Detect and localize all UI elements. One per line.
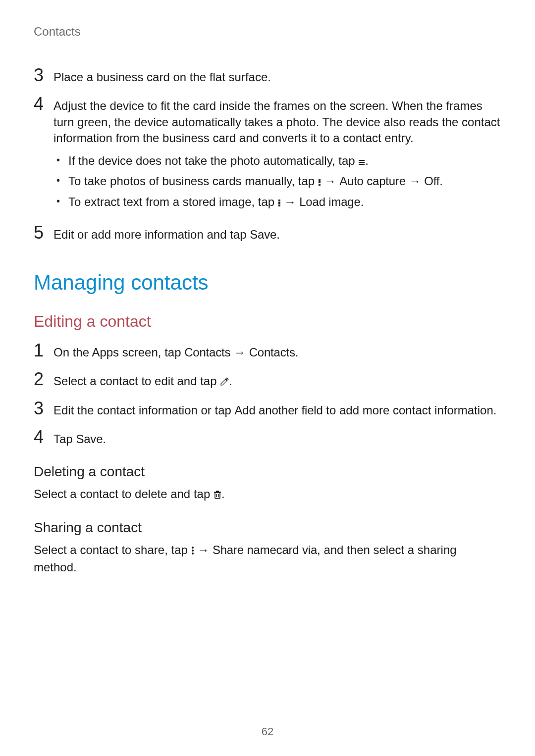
- text-fragment: Tap: [54, 432, 76, 446]
- label-save: Save: [76, 432, 103, 446]
- step-number: 5: [34, 224, 54, 242]
- text-fragment: If the device does not take the photo au…: [68, 154, 358, 167]
- trash-icon: [214, 490, 221, 499]
- editing-step-1: 1 On the Apps screen, tap Contacts → Con…: [34, 342, 501, 360]
- step-text: Select a contact to edit and tap .: [54, 370, 232, 389]
- bullet-marker: •: [56, 173, 68, 188]
- label-contacts: Contacts: [184, 346, 230, 359]
- svg-rect-6: [278, 200, 280, 202]
- bullet-text: To take photos of business cards manuall…: [68, 173, 443, 190]
- step-text: Adjust the device to fit the card inside…: [54, 95, 501, 214]
- step-number: 3: [34, 66, 54, 84]
- text-fragment: Edit the contact information or tap: [54, 403, 235, 417]
- bullet-text: If the device does not take the photo au…: [68, 152, 369, 169]
- step-number: 3: [34, 400, 54, 417]
- step-text: On the Apps screen, tap Contacts → Conta…: [54, 342, 298, 360]
- step-number: 2: [34, 370, 54, 388]
- svg-rect-1: [359, 162, 365, 163]
- label-off: Off: [424, 174, 439, 188]
- text-fragment: Select a contact to delete and tap: [34, 487, 214, 501]
- step-text: Edit or add more information and tap Sav…: [54, 224, 280, 243]
- step-line: Adjust the device to fit the card inside…: [54, 99, 500, 145]
- text-fragment: .: [361, 195, 364, 208]
- label-load-image: Load image: [299, 195, 360, 208]
- text-fragment: →: [406, 174, 424, 188]
- step-text: Place a business card on the flat surfac…: [54, 66, 271, 85]
- editing-step-3: 3 Edit the contact information or tap Ad…: [34, 400, 501, 418]
- svg-rect-2: [359, 164, 365, 165]
- step-number: 1: [34, 342, 54, 359]
- section-title-managing: Managing contacts: [34, 271, 501, 295]
- editing-step-2: 2 Select a contact to edit and tap .: [34, 370, 501, 389]
- step-4: 4 Adjust the device to fit the card insi…: [34, 95, 501, 214]
- text-fragment: Select a contact to share, tap: [34, 543, 191, 556]
- text-fragment: .: [221, 487, 225, 501]
- text-fragment: →: [194, 543, 213, 556]
- svg-point-16: [192, 553, 194, 554]
- svg-rect-5: [319, 184, 321, 186]
- text-fragment: .: [229, 374, 232, 388]
- svg-rect-7: [278, 202, 280, 204]
- text-fragment: →: [321, 174, 339, 188]
- svg-rect-0: [359, 160, 365, 161]
- menu-bars-icon: [358, 159, 365, 166]
- page: Contacts 3 Place a business card on the …: [0, 0, 535, 756]
- text-fragment: .: [439, 174, 443, 188]
- svg-point-14: [192, 547, 194, 549]
- editing-step-4: 4 Tap Save.: [34, 428, 501, 447]
- subsection-deleting: Deleting a contact: [34, 464, 501, 480]
- text-fragment: To extract text from a stored image, tap: [68, 195, 278, 208]
- svg-rect-10: [214, 492, 221, 493]
- step-text: Edit the contact information or tap Add …: [54, 400, 496, 418]
- text-fragment: .: [276, 228, 280, 241]
- step-5: 5 Edit or add more information and tap S…: [34, 224, 501, 243]
- svg-rect-4: [319, 181, 321, 183]
- step-number: 4: [34, 428, 54, 446]
- svg-rect-9: [215, 493, 220, 499]
- label-contacts: Contacts: [249, 346, 295, 359]
- svg-rect-8: [278, 204, 280, 206]
- deleting-body: Select a contact to delete and tap .: [34, 486, 501, 503]
- page-number: 62: [0, 725, 535, 738]
- text-fragment: →: [230, 346, 249, 359]
- bullet-item: • To take photos of business cards manua…: [54, 173, 501, 190]
- text-fragment: To take photos of business cards manuall…: [68, 174, 318, 188]
- label-add-another-field: Add another field: [235, 403, 323, 417]
- bullet-item: • To extract text from a stored image, t…: [54, 194, 501, 210]
- text-fragment: →: [281, 195, 299, 208]
- bullet-text: To extract text from a stored image, tap…: [68, 194, 364, 210]
- text-fragment: Select a contact to edit and tap: [54, 374, 220, 388]
- text-fragment: On the Apps screen, tap: [54, 346, 184, 359]
- svg-rect-11: [216, 491, 219, 492]
- step-3: 3 Place a business card on the flat surf…: [34, 66, 501, 85]
- bullet-marker: •: [56, 194, 68, 208]
- subsection-editing: Editing a contact: [34, 312, 501, 331]
- text-fragment: to add more contact information.: [323, 403, 497, 417]
- svg-rect-3: [319, 179, 321, 181]
- text-fragment: .: [295, 346, 299, 359]
- label-share-namecard-via: Share namecard via: [213, 543, 317, 556]
- bullet-list: • If the device does not take the photo …: [54, 152, 501, 210]
- label-save: Save: [250, 228, 276, 241]
- subsection-sharing: Sharing a contact: [34, 520, 501, 536]
- label-auto-capture: Auto capture: [339, 174, 406, 188]
- text-fragment: .: [365, 154, 369, 167]
- page-header: Contacts: [34, 25, 501, 39]
- step-text: Tap Save.: [54, 428, 106, 447]
- svg-point-15: [192, 550, 194, 552]
- bullet-marker: •: [56, 152, 68, 167]
- bullet-item: • If the device does not take the photo …: [54, 152, 501, 169]
- text-fragment: Edit or add more information and tap: [54, 228, 250, 241]
- edit-pencil-icon: [220, 377, 229, 386]
- text-fragment: .: [103, 432, 106, 446]
- step-number: 4: [34, 95, 54, 113]
- sharing-body: Select a contact to share, tap → Share n…: [34, 542, 501, 576]
